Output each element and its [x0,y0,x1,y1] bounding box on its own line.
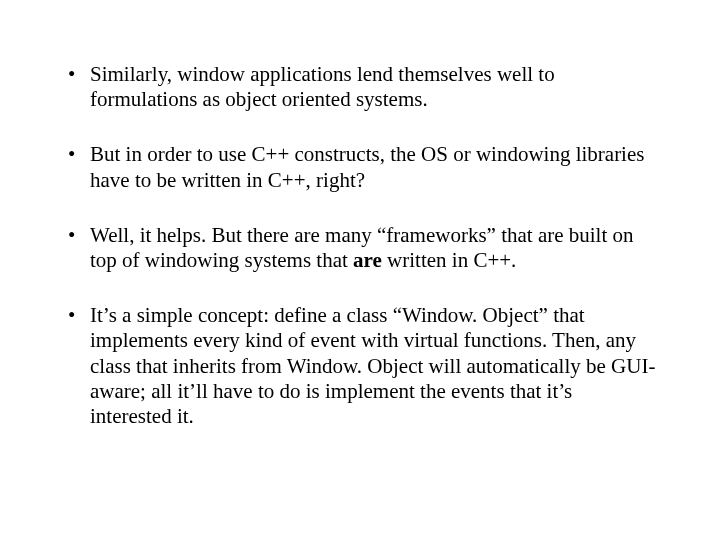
list-item: It’s a simple concept: define a class “W… [62,303,658,429]
list-item: Similarly, window applications lend them… [62,62,658,112]
bullet-text: But in order to use C++ constructs, the … [90,142,644,191]
bullet-list: Similarly, window applications lend them… [62,62,658,429]
bullet-text: Similarly, window applications lend them… [90,62,555,111]
slide: Similarly, window applications lend them… [0,0,720,540]
bullet-text: It’s a simple concept: define a class “W… [90,303,655,428]
list-item: But in order to use C++ constructs, the … [62,142,658,192]
list-item: Well, it helps. But there are many “fram… [62,223,658,273]
bullet-text-part: written in C++. [382,248,517,272]
bullet-text-bold: are [353,248,382,272]
